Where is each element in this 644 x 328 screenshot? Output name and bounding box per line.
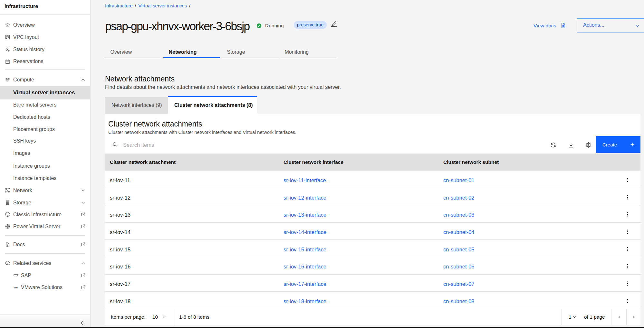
svg-text:vm: vm [14,286,18,289]
